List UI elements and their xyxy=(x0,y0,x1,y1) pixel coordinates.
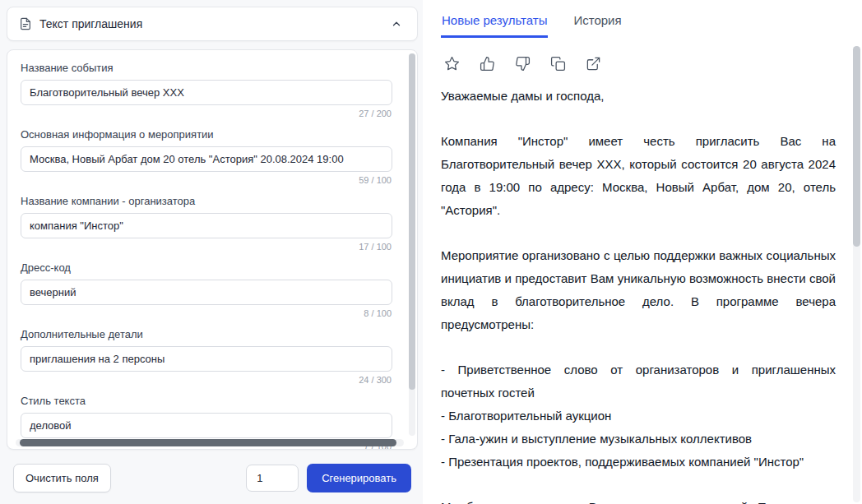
form-horizontal-scrollbar-thumb[interactable] xyxy=(20,439,396,446)
chevron-up-icon xyxy=(391,18,402,30)
results-tabs: Новые результаты История xyxy=(441,10,837,38)
copy-button[interactable] xyxy=(549,54,568,73)
form-footer: Очистить поля Сгенерировать xyxy=(7,458,418,497)
star-icon xyxy=(444,56,460,72)
invitation-icon xyxy=(19,17,32,30)
char-counter: 27 / 200 xyxy=(21,109,392,118)
form-scroll-area: Название события 27 / 200 Основная инфор… xyxy=(7,50,417,450)
char-counter: 17 / 100 xyxy=(21,242,392,252)
result-count-input[interactable] xyxy=(246,465,299,492)
copy-icon xyxy=(550,56,566,72)
field-label: Стиль текста xyxy=(21,395,392,407)
result-paragraph: Уважаемые дамы и господа, xyxy=(441,85,836,108)
thumb-up-icon xyxy=(480,56,495,72)
result-actions xyxy=(443,54,837,73)
text-style-input[interactable] xyxy=(21,413,392,438)
invitation-form-panel: Текст приглашения Название события 27 / … xyxy=(0,0,423,504)
generated-invitation-text: Уважаемые дамы и господа, Компания "Инст… xyxy=(441,85,837,504)
export-icon xyxy=(586,56,601,72)
field-label: Дополнительные детали xyxy=(21,328,392,340)
dress-code-input[interactable] xyxy=(21,280,392,305)
form-horizontal-scrollbar[interactable] xyxy=(16,439,404,446)
field-extra-details: Дополнительные детали 24 / 300 xyxy=(21,328,392,385)
panel-header: Текст приглашения xyxy=(7,7,418,41)
field-dress-code: Дресс-код 8 / 100 xyxy=(21,261,392,318)
tab-new-results[interactable]: Новые результаты xyxy=(441,10,548,38)
results-panel: Новые результаты История xyxy=(423,0,862,504)
app: Текст приглашения Название события 27 / … xyxy=(0,0,862,504)
result-paragraph: Мероприятие организовано с целью поддерж… xyxy=(441,244,836,336)
char-counter: 8 / 100 xyxy=(21,308,392,318)
results-scrollbar[interactable] xyxy=(853,46,860,502)
results-scrollbar-thumb[interactable] xyxy=(853,46,860,247)
tab-history[interactable]: История xyxy=(572,10,622,38)
field-label: Название компании - организатора xyxy=(21,195,392,207)
result-paragraph: Компания "Инстор" имеет честь пригласить… xyxy=(441,130,836,222)
field-label: Дресс-код xyxy=(21,261,392,274)
form-vertical-scrollbar[interactable] xyxy=(409,53,415,436)
like-button[interactable] xyxy=(478,54,497,73)
favorite-button[interactable] xyxy=(443,54,461,73)
thumb-down-icon xyxy=(515,56,531,72)
company-name-input[interactable] xyxy=(21,213,392,238)
form-vertical-scrollbar-thumb[interactable] xyxy=(409,53,415,390)
panel-title: Текст приглашения xyxy=(39,17,142,30)
collapse-panel-button[interactable] xyxy=(387,15,406,33)
extra-details-input[interactable] xyxy=(21,346,392,372)
event-info-input[interactable] xyxy=(21,146,392,172)
field-label: Название события xyxy=(21,62,392,74)
char-counter: 59 / 100 xyxy=(21,175,392,185)
result-paragraph: Мы будем рады видеть Вас в числе наших г… xyxy=(441,496,836,504)
field-event-info: Основная информация о мероприятии 59 / 1… xyxy=(21,128,392,185)
char-counter: 24 / 300 xyxy=(21,375,392,385)
dislike-button[interactable] xyxy=(513,54,532,73)
form-card: Название события 27 / 200 Основная инфор… xyxy=(7,49,418,450)
clear-fields-button[interactable]: Очистить поля xyxy=(13,464,111,492)
field-event-name: Название события 27 / 200 xyxy=(21,62,392,118)
field-label: Основная информация о мероприятии xyxy=(21,128,392,141)
export-button[interactable] xyxy=(584,54,603,73)
event-name-input[interactable] xyxy=(21,80,392,105)
result-paragraph-list: - Приветственное слово от организаторов … xyxy=(441,358,836,474)
generate-button[interactable]: Сгенерировать xyxy=(307,464,411,492)
field-company-name: Название компании - организатора 17 / 10… xyxy=(21,195,392,252)
